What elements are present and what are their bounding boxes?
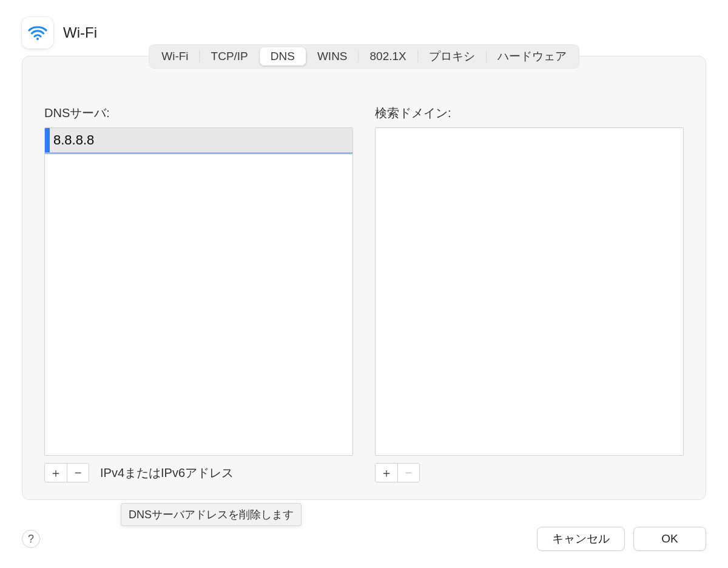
tab-hardware[interactable]: ハードウェア <box>487 46 578 67</box>
dns-hint-label: IPv4またはIPv6アドレス <box>100 465 234 481</box>
dns-list-controls: ＋ − IPv4またはIPv6アドレス <box>44 463 353 482</box>
help-button[interactable]: ? <box>22 530 40 548</box>
help-icon: ? <box>28 533 34 546</box>
minus-icon: − <box>405 467 413 479</box>
wifi-dns-sheet: Wi-Fi Wi-Fi TCP/IP DNS WINS 802.1X プロキシ … <box>0 0 728 568</box>
domain-add-remove-group: ＋ − <box>375 463 420 482</box>
minus-icon: − <box>75 467 82 479</box>
remove-dns-tooltip: DNSサーバアドレスを削除します <box>121 503 302 526</box>
remove-domain-button: − <box>397 464 419 482</box>
sheet-title: Wi-Fi <box>63 24 97 41</box>
search-domains-controls: ＋ − <box>375 463 684 482</box>
tab-tcpip[interactable]: TCP/IP <box>200 47 259 66</box>
tab-dns[interactable]: DNS <box>260 47 306 66</box>
tab-8021x[interactable]: 802.1X <box>359 47 417 66</box>
plus-icon: ＋ <box>50 467 62 479</box>
tab-proxy[interactable]: プロキシ <box>418 46 486 67</box>
search-domains-list[interactable] <box>375 127 684 456</box>
dns-server-value[interactable]: 8.8.8.8 <box>53 132 94 148</box>
cancel-button[interactable]: キャンセル <box>537 527 625 551</box>
tab-wins[interactable]: WINS <box>306 47 359 66</box>
tab-wifi[interactable]: Wi-Fi <box>150 47 199 66</box>
add-domain-button[interactable]: ＋ <box>376 464 397 482</box>
dns-content: DNSサーバ: 8.8.8.8 ＋ − <box>22 56 706 499</box>
dns-servers-list[interactable]: 8.8.8.8 <box>44 127 353 456</box>
wifi-icon <box>22 17 53 49</box>
editing-underline-icon <box>45 152 352 154</box>
dns-add-remove-group: ＋ − <box>44 463 89 482</box>
search-domains-label: 検索ドメイン: <box>375 105 684 121</box>
tabs: Wi-Fi TCP/IP DNS WINS 802.1X プロキシ ハードウェア <box>149 44 579 69</box>
dns-servers-label: DNSサーバ: <box>44 105 353 121</box>
ok-button[interactable]: OK <box>633 527 706 551</box>
text-cursor-icon <box>45 128 50 152</box>
search-domains-column: 検索ドメイン: ＋ − <box>375 105 684 482</box>
svg-point-0 <box>36 38 39 40</box>
dns-servers-column: DNSサーバ: 8.8.8.8 ＋ − <box>44 105 353 482</box>
add-dns-button[interactable]: ＋ <box>45 464 67 482</box>
plus-icon: ＋ <box>380 467 393 479</box>
dns-server-row[interactable]: 8.8.8.8 <box>45 128 352 152</box>
remove-dns-button[interactable]: − <box>67 464 89 482</box>
settings-panel: Wi-Fi TCP/IP DNS WINS 802.1X プロキシ ハードウェア… <box>22 56 706 500</box>
sheet-footer: ? キャンセル OK <box>0 500 728 568</box>
